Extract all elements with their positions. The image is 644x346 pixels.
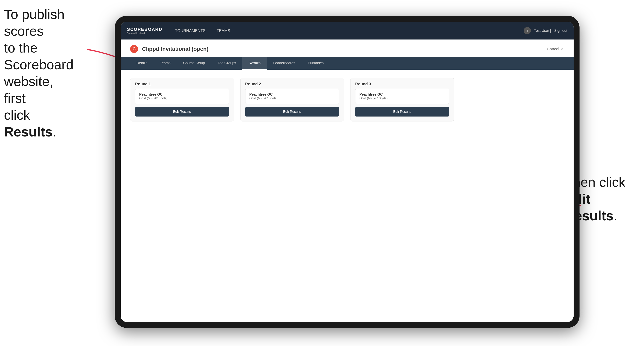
tab-results[interactable]: Results (242, 57, 267, 70)
round-2-course-name: Peachtree GC (250, 92, 335, 97)
nav-user: T Test User | Sign out (524, 27, 567, 34)
round-1-course-name: Peachtree GC (139, 92, 225, 97)
tab-tee-groups[interactable]: Tee Groups (211, 57, 242, 70)
tournament-title: C Clippd Invitational (open) (130, 45, 208, 53)
cancel-button[interactable]: Cancel ✕ (547, 47, 564, 51)
tournament-name: Clippd Invitational (open) (142, 46, 208, 52)
round-3-body: Peachtree GC Gold (M) (7010 yds) Edit Re… (350, 89, 454, 121)
logo-text: SCOREBOARD (127, 27, 162, 32)
tournament-header: C Clippd Invitational (open) Cancel ✕ (121, 39, 574, 57)
user-avatar: T (524, 27, 531, 34)
round-2-course-info: Peachtree GC Gold (M) (7010 yds) (245, 89, 339, 104)
nav-tournaments[interactable]: TOURNAMENTS (174, 27, 206, 34)
nav-teams[interactable]: TEAMS (216, 27, 231, 34)
round-2-header: Round 2 (240, 78, 344, 89)
annotation-results-bold: Results (4, 124, 52, 139)
round-1-body: Peachtree GC Gold (M) (7010 yds) Edit Re… (130, 89, 234, 121)
rounds-grid: Round 1 Peachtree GC Gold (M) (7010 yds)… (130, 78, 564, 122)
logo-sub: Powered by clippd (127, 32, 145, 34)
round-3-course-info: Peachtree GC Gold (M) (7010 yds) (355, 89, 449, 104)
close-icon: ✕ (561, 47, 564, 51)
annotation-period: . (52, 124, 56, 139)
round-1-card: Round 1 Peachtree GC Gold (M) (7010 yds)… (130, 78, 234, 122)
main-content: C Clippd Invitational (open) Cancel ✕ De… (121, 39, 574, 322)
tablet-screen: SCOREBOARD Powered by clippd TOURNAMENTS… (121, 22, 574, 322)
tab-teams[interactable]: Teams (154, 57, 177, 70)
user-label: Test User | (534, 29, 551, 33)
nav-links: TOURNAMENTS TEAMS (174, 27, 524, 34)
cancel-label: Cancel (547, 47, 559, 51)
round-1-edit-results-button[interactable]: Edit Results (135, 107, 229, 117)
round-1-course-info: Peachtree GC Gold (M) (7010 yds) (135, 89, 229, 104)
round-4-empty (460, 78, 564, 122)
sign-out-link[interactable]: Sign out (554, 29, 567, 33)
round-1-header: Round 1 (130, 78, 234, 89)
tab-printables[interactable]: Printables (302, 57, 330, 70)
round-3-card: Round 3 Peachtree GC Gold (M) (7010 yds)… (350, 78, 454, 122)
annotation-right-period: . (614, 208, 617, 223)
annotation-left-text: To publish scores to the Scoreboard webs… (4, 7, 74, 139)
round-3-header: Round 3 (350, 78, 454, 89)
round-1-course-details: Gold (M) (7010 yds) (139, 97, 225, 100)
tab-course-setup[interactable]: Course Setup (177, 57, 211, 70)
tab-details[interactable]: Details (130, 57, 154, 70)
logo-area: SCOREBOARD Powered by clippd (127, 27, 162, 34)
round-2-body: Peachtree GC Gold (M) (7010 yds) Edit Re… (240, 89, 344, 121)
tablet-device: SCOREBOARD Powered by clippd TOURNAMENTS… (115, 16, 580, 328)
tab-navigation: Details Teams Course Setup Tee Groups Re… (121, 57, 574, 70)
navbar: SCOREBOARD Powered by clippd TOURNAMENTS… (121, 22, 574, 39)
round-2-edit-results-button[interactable]: Edit Results (245, 107, 339, 117)
tab-leaderboards[interactable]: Leaderboards (267, 57, 302, 70)
tournament-icon: C (130, 45, 138, 53)
round-3-course-name: Peachtree GC (360, 92, 445, 97)
round-3-course-details: Gold (M) (7010 yds) (360, 97, 445, 100)
round-2-course-details: Gold (M) (7010 yds) (250, 97, 335, 100)
round-3-edit-results-button[interactable]: Edit Results (355, 107, 449, 117)
results-content: Round 1 Peachtree GC Gold (M) (7010 yds)… (121, 70, 574, 129)
round-2-card: Round 2 Peachtree GC Gold (M) (7010 yds)… (240, 78, 344, 122)
annotation-left: To publish scores to the Scoreboard webs… (4, 6, 71, 140)
